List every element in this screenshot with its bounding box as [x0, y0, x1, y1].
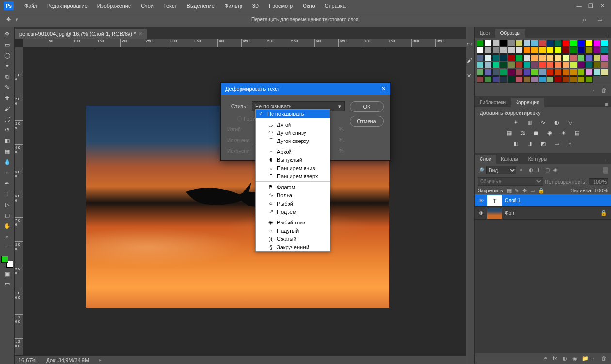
eyedropper-tool[interactable]: ✎ — [1, 82, 13, 92]
cancel-button[interactable]: Отмена — [350, 116, 384, 127]
swatch[interactable] — [539, 47, 546, 54]
swatch[interactable] — [515, 62, 523, 68]
mask-icon[interactable]: ◐ — [563, 355, 569, 362]
hue-icon[interactable]: ▦ — [505, 128, 514, 137]
swatch[interactable] — [477, 69, 484, 76]
swatch[interactable] — [547, 69, 554, 76]
swatch[interactable] — [515, 76, 523, 83]
swatch[interactable] — [601, 40, 608, 47]
visibility-icon[interactable]: 👁 — [475, 210, 487, 216]
swatch[interactable] — [484, 62, 492, 68]
swatch[interactable] — [601, 62, 608, 68]
swatch[interactable] — [492, 62, 499, 68]
ruler-vertical[interactable]: 1 0 0 2 0 0 3 0 0 4 0 0 5 0 0 6 0 0 7 0 … — [15, 47, 23, 355]
menu-file[interactable]: Файл — [19, 3, 42, 9]
maximize-button[interactable]: ❐ — [587, 2, 595, 9]
balance-icon[interactable]: ⚖ — [518, 128, 527, 137]
dropdown-item[interactable]: ∝Рыбой — [256, 199, 330, 207]
layer-thumbnail[interactable] — [487, 208, 502, 219]
dropdown-item[interactable]: ◉Рыбий глаз — [256, 218, 330, 226]
new-layer-icon[interactable]: ▫ — [592, 355, 598, 362]
swatch[interactable] — [539, 54, 546, 61]
menu-select[interactable]: Выделение — [182, 3, 220, 9]
swatch[interactable] — [570, 69, 577, 76]
blend-mode-select[interactable]: Обычные — [478, 177, 543, 186]
swatch[interactable] — [477, 47, 484, 54]
selective-color-icon[interactable]: ▫ — [566, 139, 575, 148]
menu-3d[interactable]: 3D — [247, 3, 264, 9]
dropdown-item[interactable]: ⚑Флагом — [256, 183, 330, 191]
layer-filter-kind[interactable]: Вид — [486, 166, 516, 174]
swatch[interactable] — [477, 62, 484, 68]
filter-adjust-icon[interactable]: ◐ — [529, 167, 535, 174]
swatch[interactable] — [539, 69, 546, 76]
quickmask-toggle[interactable]: ▣ — [2, 270, 12, 277]
swatch[interactable] — [477, 40, 484, 47]
close-button[interactable]: ✕ — [598, 2, 606, 9]
dropdown-item[interactable]: ○Надутый — [256, 226, 330, 235]
lock-artboard-icon[interactable]: ▭ — [530, 188, 536, 193]
eraser-tool[interactable]: ◧ — [1, 136, 13, 145]
delete-layer-icon[interactable]: 🗑 — [601, 355, 608, 362]
swatch[interactable] — [593, 54, 600, 61]
pen-tool[interactable]: ✒ — [1, 178, 13, 188]
shape-tool[interactable]: ▢ — [1, 210, 13, 220]
swatch[interactable] — [570, 76, 577, 83]
tab-color[interactable]: Цвет — [475, 29, 495, 38]
swatch[interactable] — [601, 47, 608, 54]
swatch[interactable] — [578, 76, 585, 83]
filter-smart-icon[interactable]: ◈ — [553, 167, 560, 174]
swatch[interactable] — [531, 40, 538, 47]
delete-swatch-icon[interactable]: 🗑 — [601, 87, 608, 94]
swatch[interactable] — [523, 40, 531, 47]
brush-tool[interactable]: 🖌 — [1, 104, 13, 113]
swatch[interactable] — [484, 69, 492, 76]
swatch[interactable] — [562, 62, 569, 68]
visibility-icon[interactable]: 👁 — [475, 198, 487, 204]
dropdown-item[interactable]: ∿Волна — [256, 191, 330, 199]
swatch[interactable] — [578, 40, 585, 47]
dropdown-item[interactable]: ◠Дугой снизу — [256, 128, 330, 137]
swatch[interactable] — [515, 69, 523, 76]
fill-value[interactable]: 100% — [595, 188, 608, 193]
tab-paths[interactable]: Контуры — [523, 155, 552, 164]
swatch[interactable] — [562, 69, 569, 76]
swatch[interactable] — [554, 76, 562, 83]
swatch[interactable] — [523, 47, 531, 54]
vibrance-icon[interactable]: ▽ — [566, 118, 575, 127]
swatch[interactable] — [585, 62, 593, 68]
channel-mixer-icon[interactable]: ◈ — [559, 128, 568, 137]
swatch[interactable] — [492, 76, 499, 83]
levels-icon[interactable]: ▥ — [525, 118, 534, 127]
menu-help[interactable]: Справка — [320, 3, 351, 9]
swatch[interactable] — [601, 69, 608, 76]
dropdown-item[interactable]: ↗Подъем — [256, 207, 330, 216]
dodge-tool[interactable]: ○ — [1, 168, 13, 177]
swatch[interactable] — [500, 62, 507, 68]
dropdown-item-none[interactable]: ✓ Не показывать — [256, 110, 330, 118]
swatch[interactable] — [578, 69, 585, 76]
tab-swatches[interactable]: Образцы — [495, 29, 525, 38]
swatch[interactable] — [554, 62, 562, 68]
swatch[interactable] — [593, 47, 600, 54]
swatch[interactable] — [492, 47, 499, 54]
threshold-icon[interactable]: ◩ — [539, 139, 547, 148]
swatch[interactable] — [578, 47, 585, 54]
lookup-icon[interactable]: ▤ — [573, 128, 581, 137]
dropdown-item[interactable]: ⌄Панцирем вниз — [256, 164, 330, 172]
swatch[interactable] — [570, 62, 577, 68]
lock-icon[interactable]: 🔒 — [600, 210, 607, 216]
swatch[interactable] — [531, 54, 538, 61]
swatch[interactable] — [570, 40, 577, 47]
zoom-tool[interactable]: ⌕ — [1, 232, 13, 241]
swatch[interactable] — [585, 54, 593, 61]
path-select-tool[interactable]: ▷ — [1, 200, 13, 209]
swatch[interactable] — [523, 69, 531, 76]
swatch[interactable] — [500, 69, 507, 76]
swatch[interactable] — [515, 54, 523, 61]
swatch[interactable] — [585, 69, 593, 76]
swatch[interactable] — [508, 69, 515, 76]
adjustment-icon[interactable]: ◉ — [572, 355, 579, 362]
search-icon[interactable]: ⌕ — [580, 15, 589, 24]
gradient-map-icon[interactable]: ▭ — [552, 139, 561, 148]
